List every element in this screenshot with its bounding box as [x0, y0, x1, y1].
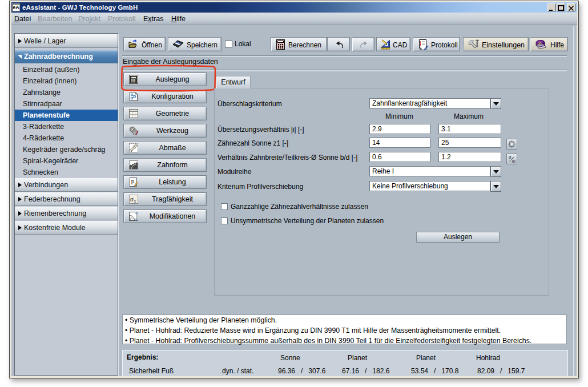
svg-text:x: x [134, 199, 136, 204]
svg-text:m: m [512, 159, 515, 164]
svg-text:?: ? [538, 41, 541, 46]
svg-text:P: P [131, 179, 134, 186]
svg-text:d: d [509, 155, 512, 160]
